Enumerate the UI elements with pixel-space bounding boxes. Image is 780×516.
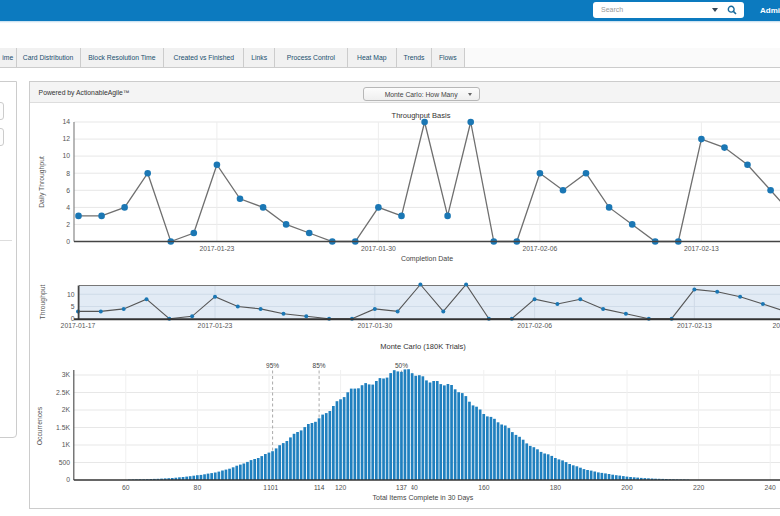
svg-text:Total Items Complete in 30 Day: Total Items Complete in 30 Days [373,494,474,502]
svg-text:2017-01-30: 2017-01-30 [357,322,392,329]
svg-text:6: 6 [66,187,70,194]
svg-text:12: 12 [62,135,70,142]
svg-text:2017-02-13: 2017-02-13 [677,322,712,329]
svg-text:3K: 3K [62,371,71,378]
svg-text:60: 60 [122,484,130,491]
svg-text:2017-02-06: 2017-02-06 [523,245,558,252]
svg-text:2K: 2K [62,406,71,413]
svg-text:1.5K: 1.5K [56,424,70,431]
svg-text:5: 5 [71,303,75,310]
svg-text:220: 220 [693,484,705,491]
svg-text:10: 10 [67,291,75,298]
svg-text:Completion Date: Completion Date [401,255,453,263]
svg-text:8: 8 [66,170,70,177]
svg-text:85%: 85% [313,362,326,369]
svg-text:2017-01-30: 2017-01-30 [361,245,396,252]
svg-text:114: 114 [314,484,325,491]
svg-text:Throughput: Throughput [39,285,47,320]
svg-text:137: 137 [396,484,407,491]
svg-text:101: 101 [267,484,278,491]
svg-text:240: 240 [765,484,777,491]
svg-text:Monte Carlo (180K Trials): Monte Carlo (180K Trials) [380,342,466,351]
svg-text:0: 0 [66,476,70,483]
svg-text:2017-01-23: 2017-01-23 [200,245,235,252]
svg-text:95%: 95% [266,362,279,369]
svg-text:50%: 50% [395,362,408,369]
svg-text:Occurrences: Occurrences [36,406,43,445]
svg-text:0: 0 [66,238,70,245]
svg-text:14: 14 [62,118,70,125]
svg-text:2017-02-06: 2017-02-06 [517,322,552,329]
svg-text:80: 80 [194,484,202,491]
svg-text:2017-02-13: 2017-02-13 [684,245,719,252]
svg-text:20: 20 [773,322,780,329]
svg-text:4: 4 [66,204,70,211]
svg-text:2.5K: 2.5K [56,389,70,396]
svg-text:500: 500 [59,459,71,466]
svg-text:Throughput Basis: Throughput Basis [392,111,451,120]
svg-text:180: 180 [550,484,562,491]
svg-text:10: 10 [62,152,70,159]
svg-text:200: 200 [621,484,633,491]
svg-text:1K: 1K [62,441,71,448]
svg-text:Daily Throughput: Daily Throughput [38,156,46,208]
svg-text:2017-01-17: 2017-01-17 [61,322,96,329]
svg-text:2: 2 [66,221,70,228]
svg-text:120: 120 [335,484,347,491]
svg-text:2017-01-23: 2017-01-23 [198,322,233,329]
svg-text:160: 160 [478,484,490,491]
